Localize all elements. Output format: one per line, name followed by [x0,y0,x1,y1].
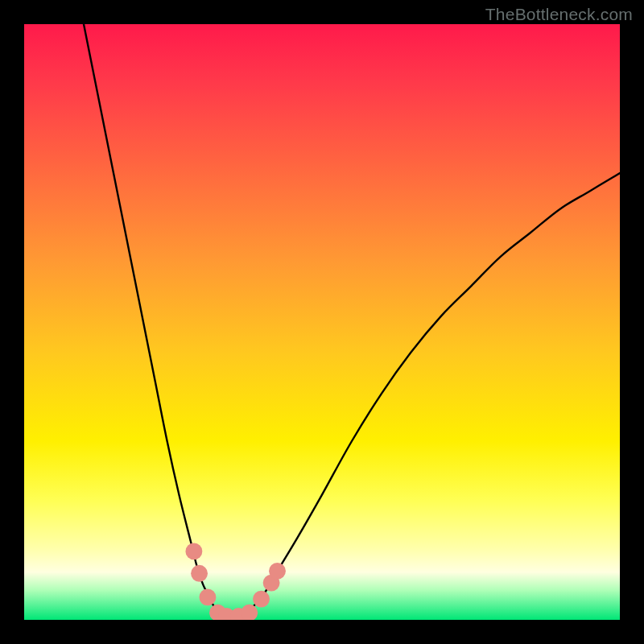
data-marker [191,565,208,582]
data-marker [185,543,202,559]
data-marker [199,588,216,605]
chart-frame: TheBottleneck.com [0,0,644,644]
data-marker [253,591,270,608]
curve-layer [24,24,620,620]
data-marker [241,605,258,620]
curve-right-branch [233,173,620,619]
watermark-text: TheBottleneck.com [485,5,633,24]
data-marker [269,563,286,580]
plot-area [24,24,620,620]
curve-left-branch [84,24,233,619]
